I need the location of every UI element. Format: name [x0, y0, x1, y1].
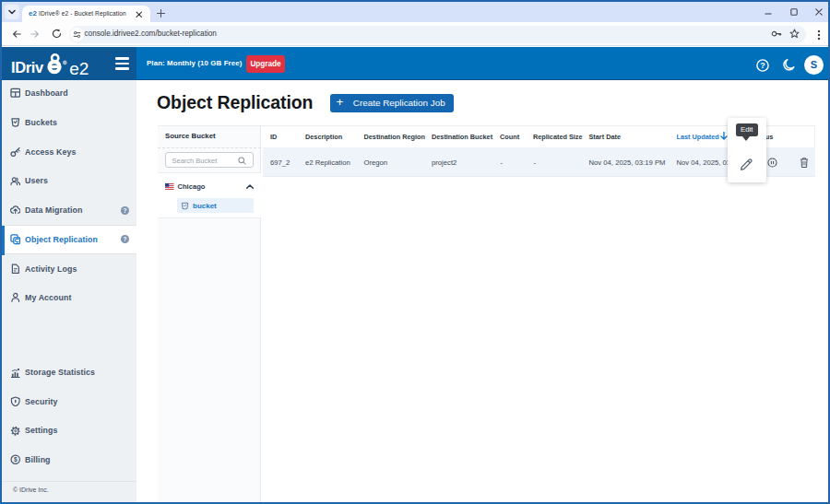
svg-text:?: ? [760, 61, 765, 70]
svg-text:$: $ [13, 456, 17, 463]
svg-text:IDriv: IDriv [11, 59, 44, 76]
svg-text:e2: e2 [69, 59, 89, 78]
